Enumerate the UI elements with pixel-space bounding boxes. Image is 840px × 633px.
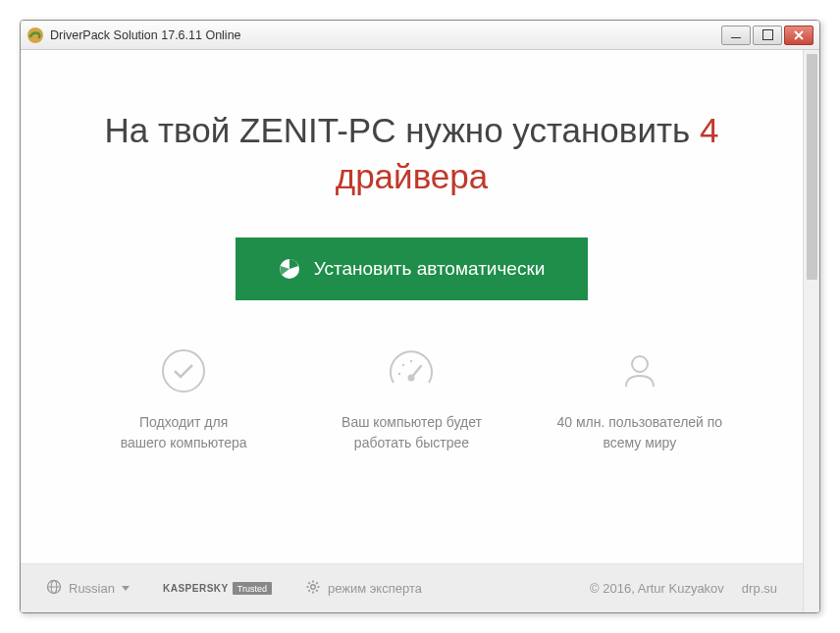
install-button[interactable]: Установить автоматически [236, 237, 589, 300]
user-icon [616, 347, 663, 395]
footer: Russian KASPERSKY Trusted [21, 563, 803, 612]
svg-point-2 [163, 350, 204, 392]
minimize-button[interactable] [721, 26, 751, 45]
feature-text-2: Ваш компьютер будет работать быстрее [313, 412, 509, 453]
feature-compatibility: Подходит для вашего компьютера [85, 347, 282, 453]
application-window: DriverPack Solution 17.6.11 Online На тв… [20, 20, 820, 613]
gear-icon [305, 579, 321, 598]
main-area: На твой ZENIT-PC нужно установить 4драйв… [21, 50, 803, 612]
globe-icon [46, 579, 62, 598]
check-icon [160, 347, 207, 395]
svg-line-20 [308, 590, 309, 591]
svg-point-8 [632, 356, 648, 372]
svg-line-4 [411, 366, 421, 378]
app-icon [26, 26, 44, 44]
domain-link[interactable]: drp.su [742, 581, 777, 596]
svg-point-12 [311, 585, 316, 590]
close-button[interactable] [784, 26, 814, 45]
maximize-button[interactable] [753, 26, 782, 45]
headline-part3: драйвера [336, 157, 489, 195]
titlebar: DriverPack Solution 17.6.11 Online [21, 21, 819, 50]
svg-point-7 [410, 359, 412, 361]
headline-count: 4 [700, 111, 718, 149]
vertical-scrollbar[interactable] [803, 50, 819, 612]
kaspersky-label: KASPERSKY [163, 583, 229, 594]
features-row: Подходит для вашего компьютера [21, 347, 803, 453]
expert-mode-link[interactable]: режим эксперта [305, 579, 422, 598]
headline-pcname: ZENIT-PC [239, 111, 395, 149]
headline-part2: нужно установить [395, 111, 700, 149]
headline: На твой ZENIT-PC нужно установить 4драйв… [21, 107, 803, 200]
headline-part1: На твой [105, 111, 239, 149]
chevron-down-icon [122, 586, 130, 591]
scrollbar-thumb[interactable] [807, 54, 817, 280]
feature-text-3: 40 млн. пользователей по всему миру [542, 412, 738, 453]
svg-line-18 [316, 590, 317, 591]
svg-line-17 [308, 582, 309, 583]
window-title: DriverPack Solution 17.6.11 Online [50, 28, 721, 42]
svg-point-5 [398, 372, 400, 374]
copyright-text: © 2016, Artur Kuzyakov [590, 581, 724, 596]
kaspersky-badge: KASPERSKY Trusted [163, 582, 272, 595]
content-area: На твой ZENIT-PC нужно установить 4драйв… [21, 50, 819, 612]
install-button-label: Установить автоматически [314, 258, 546, 280]
feature-users: 40 млн. пользователей по всему миру [542, 347, 738, 453]
language-selector[interactable]: Russian [46, 579, 130, 598]
window-controls [721, 26, 814, 45]
feature-text-1: Подходит для вашего компьютера [85, 412, 282, 453]
expert-mode-label: режим эксперта [328, 581, 422, 596]
svg-point-6 [402, 363, 404, 365]
feature-speed: Ваш компьютер будет работать быстрее [313, 347, 509, 453]
gauge-icon [388, 347, 435, 395]
svg-line-19 [316, 582, 317, 583]
language-label: Russian [69, 581, 115, 596]
install-icon [279, 258, 300, 280]
kaspersky-trusted-badge: Trusted [233, 582, 272, 595]
